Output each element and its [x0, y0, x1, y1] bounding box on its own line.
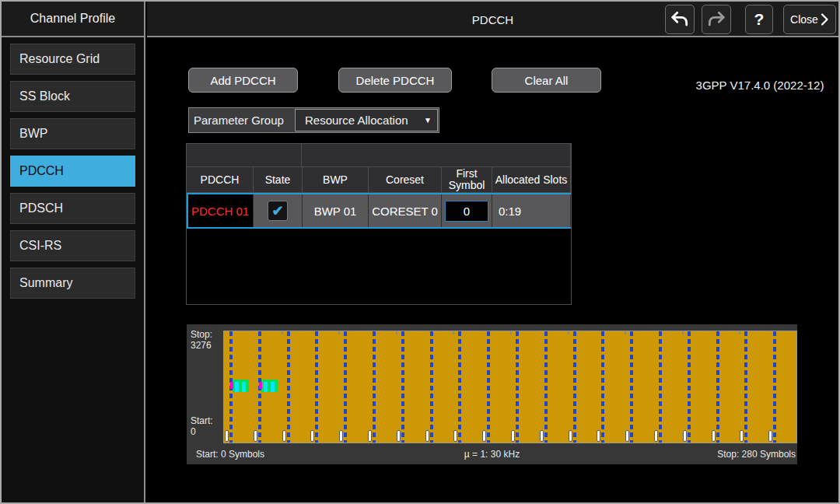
app-window: Channel Profile Resource GridSS BlockBWP… [0, 0, 840, 504]
delete-pdcch-button[interactable]: Delete PDCCH [338, 68, 452, 93]
parameter-group-box: Parameter Group Resource Allocation ▼ [188, 107, 439, 133]
dropdown-arrow-icon: ▼ [424, 116, 437, 124]
x-axis-start-label: Start: 0 Symbols [196, 450, 264, 460]
add-pdcch-button[interactable]: Add PDCCH [188, 68, 298, 93]
group-header-cell [302, 144, 571, 167]
slot-boundary-line [516, 331, 519, 443]
slot-start-marker [712, 430, 716, 442]
slot-start-marker [740, 430, 744, 442]
slot-boundary-line [315, 331, 318, 443]
resource-grid-plot[interactable] [223, 331, 797, 443]
slot-boundary-line [601, 331, 604, 443]
ss-block-marker [230, 380, 249, 392]
x-axis-stop-label: Stop: 280 Symbols [717, 450, 796, 460]
column-header-first-symbol: First Symbol [442, 167, 492, 193]
sidebar-item-list: Resource GridSS BlockBWPPDCCHPDSCHCSI-RS… [2, 44, 144, 299]
undo-icon [670, 10, 690, 29]
ss-block-marker [259, 380, 278, 392]
undo-button[interactable] [665, 5, 695, 34]
cell-first-symbol [442, 194, 492, 227]
slot-start-marker [425, 430, 429, 442]
topbar-actions: ? Close [665, 5, 836, 34]
slot-start-marker [540, 430, 544, 442]
sidebar-item-pdsch[interactable]: PDSCH [10, 193, 135, 224]
slot-boundary-line [544, 331, 548, 443]
y-axis-stop-label: Stop:3276 [191, 330, 212, 352]
cell-allocated-slots[interactable]: 0:19 [492, 194, 571, 227]
sidebar-item-ss-block[interactable]: SS Block [10, 81, 135, 112]
table-group-header-row [187, 144, 571, 167]
y-axis-start-label: Start:0 [191, 416, 213, 438]
top-axis-tick [510, 331, 512, 334]
slot-boundary-line [430, 331, 433, 443]
sss-block [264, 382, 268, 392]
redo-button[interactable] [702, 5, 731, 34]
slot-start-marker [569, 430, 572, 442]
sss-block [271, 382, 275, 392]
slot-start-marker [482, 430, 486, 442]
slot-start-marker [625, 430, 629, 442]
slot-start-marker [683, 430, 687, 442]
cell-bwp[interactable]: BWP 01 [303, 194, 369, 227]
sidebar: Channel Profile Resource GridSS BlockBWP… [2, 2, 145, 502]
group-header-cell [187, 144, 302, 167]
slot-boundary-line [659, 331, 662, 443]
close-button-label: Close [790, 13, 818, 26]
parameter-group-label: Parameter Group [194, 108, 284, 132]
resource-grid-chart: Stop:3276 Start:0 Start: 0 Symbols µ = 1… [187, 324, 797, 464]
close-button[interactable]: Close [783, 5, 836, 34]
sidebar-item-csi-rs[interactable]: CSI-RS [10, 230, 135, 261]
clear-all-button[interactable]: Clear All [492, 68, 601, 93]
slot-boundary-line [773, 331, 776, 443]
cell-state: ✔ [254, 194, 303, 227]
state-checkbox[interactable]: ✔ [268, 201, 288, 221]
top-axis-tick [282, 331, 283, 334]
cell-coreset[interactable]: CORESET 0 [369, 194, 442, 227]
first-symbol-input[interactable] [445, 201, 488, 222]
sidebar-item-summary[interactable]: Summary [10, 268, 135, 299]
slot-start-marker [282, 430, 286, 442]
top-axis-tick [682, 331, 684, 334]
slot-boundary-line [373, 331, 376, 443]
slot-start-marker [368, 430, 372, 442]
top-axis-tick [739, 331, 740, 334]
top-axis-tick [338, 331, 340, 334]
column-header-allocated-slots: Allocated Slots [492, 167, 571, 193]
help-icon: ? [754, 10, 765, 29]
top-axis-tick [453, 331, 454, 334]
table-row[interactable]: PDCCH 01 ✔ BWP 01 CORESET 0 0:19 [187, 193, 571, 229]
sss-block [235, 382, 239, 392]
slot-start-marker [339, 430, 343, 442]
redo-icon [706, 10, 726, 29]
chevron-right-icon [820, 12, 829, 26]
column-header-bwp: BWP [303, 167, 369, 193]
slot-boundary-line [287, 331, 290, 443]
slot-start-marker [453, 430, 457, 442]
slot-start-marker [225, 430, 229, 442]
sidebar-item-pdcch[interactable]: PDCCH [10, 156, 135, 187]
standard-version-label: 3GPP V17.4.0 (2022-12) [686, 79, 834, 92]
slot-boundary-line [344, 331, 347, 443]
sss-block [242, 382, 246, 392]
pdcch-table: PDCCHStateBWPCoresetFirst SymbolAllocate… [186, 143, 572, 305]
slot-boundary-line [458, 331, 461, 443]
slot-start-marker [254, 430, 257, 442]
slot-boundary-line [716, 331, 719, 443]
slot-boundary-line [573, 331, 576, 443]
cell-pdcch-name[interactable]: PDCCH 01 [188, 194, 254, 227]
slot-boundary-line [487, 331, 490, 443]
column-header-pdcch: PDCCH [187, 167, 254, 193]
slot-start-marker [511, 430, 515, 442]
sidebar-item-resource-grid[interactable]: Resource Grid [10, 44, 135, 75]
top-axis-tick [568, 331, 569, 334]
top-axis-tick [625, 331, 626, 334]
help-button[interactable]: ? [745, 5, 773, 34]
sidebar-item-bwp[interactable]: BWP [10, 118, 135, 149]
slot-boundary-line [688, 331, 691, 443]
topbar: PDCCH ? Close [147, 2, 838, 37]
parameter-group-dropdown[interactable]: Resource Allocation ▼ [295, 109, 438, 131]
slot-start-marker [397, 430, 401, 442]
sidebar-title: Channel Profile [2, 2, 144, 37]
pss-block [259, 382, 262, 389]
slot-boundary-line [401, 331, 404, 443]
